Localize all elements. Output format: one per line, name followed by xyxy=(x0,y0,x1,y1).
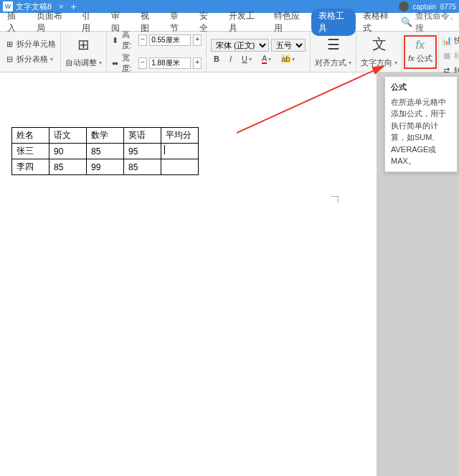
table-cell[interactable]: 李四 xyxy=(12,159,49,175)
formula-highlight: fx fx 公式 xyxy=(404,35,437,69)
height-label: 高度: xyxy=(122,29,137,51)
height-icon: ⬍ xyxy=(111,35,120,45)
split-cell-button[interactable]: ⊞ 拆分单元格 xyxy=(4,37,56,51)
font-color-button[interactable]: A▾ xyxy=(259,53,274,65)
table-cell[interactable]: 95 xyxy=(124,144,161,159)
split-table-button[interactable]: ⊟ 拆分表格 ▾ xyxy=(4,52,56,66)
split-table-icon: ⊟ xyxy=(4,55,14,65)
width-label: 宽度: xyxy=(122,52,137,74)
table-cell[interactable]: 90 xyxy=(49,144,87,159)
table-row: 李四 85 99 85 xyxy=(12,159,199,175)
search-box[interactable]: 🔍 查找命令、搜 xyxy=(401,10,459,34)
align-label: 对齐方式 xyxy=(315,57,346,68)
table-cell[interactable]: 张三 xyxy=(12,144,49,159)
quick-calc-button[interactable]: 📊 快速计算▾ xyxy=(442,34,459,47)
align-button[interactable]: 对齐方式▾ xyxy=(315,56,351,70)
title-row-icon: ▦ xyxy=(442,51,452,61)
formula-label: 公式 xyxy=(417,53,432,64)
table-cell[interactable]: 姓名 xyxy=(12,128,49,144)
text-direction-button[interactable]: 文字方向▾ xyxy=(361,56,397,70)
table-row: 张三 90 85 95 xyxy=(12,144,199,159)
quick-calc-icon: 📊 xyxy=(442,36,452,46)
font-name-select[interactable]: 宋体 (正文) xyxy=(211,39,269,52)
table-cell[interactable]: 85 xyxy=(49,159,87,175)
bold-button[interactable]: B xyxy=(211,54,222,64)
table-cell[interactable]: 平均分 xyxy=(161,128,199,144)
table-cell[interactable]: 85 xyxy=(87,144,124,159)
table-cell-active[interactable] xyxy=(161,144,199,159)
page[interactable]: 姓名 语文 数学 英语 平均分 张三 90 85 95 李四 85 99 85 xyxy=(0,73,377,476)
width-input[interactable] xyxy=(149,57,191,69)
formula-tooltip: 公式 在所选单元格中添加公式，用于执行简单的计算，如SUM、AVERAGE或MA… xyxy=(384,76,458,172)
italic-button[interactable]: I xyxy=(227,54,235,64)
data-table[interactable]: 姓名 语文 数学 英语 平均分 张三 90 85 95 李四 85 99 85 xyxy=(11,127,199,175)
auto-adjust-button[interactable]: 自动调整 ▾ xyxy=(65,56,102,70)
table-cell[interactable]: 85 xyxy=(124,159,161,175)
auto-adjust-icon[interactable]: ⊞ xyxy=(74,34,94,55)
menu-bar: 插入 页面布局 引用 审阅 视图 章节 安全 开发工具 特色应用 表格工具 表格… xyxy=(0,13,459,32)
width-minus[interactable]: − xyxy=(138,57,147,69)
height-plus[interactable]: + xyxy=(193,34,202,46)
align-icon[interactable]: ☰ xyxy=(323,34,344,55)
search-placeholder: 查找命令、搜 xyxy=(415,10,459,34)
height-input[interactable] xyxy=(149,34,191,46)
font-size-select[interactable]: 五号 xyxy=(271,39,306,52)
highlight-button[interactable]: ab▾ xyxy=(278,54,297,64)
table-cell[interactable] xyxy=(161,159,199,175)
table-row: 姓名 语文 数学 英语 平均分 xyxy=(12,128,199,144)
table-cell[interactable]: 99 xyxy=(87,159,124,175)
tooltip-body: 在所选单元格中添加公式，用于执行简单的计算，如SUM、AVERAGE或MAX。 xyxy=(391,96,451,167)
formula-icon: fx xyxy=(408,39,432,52)
text-direction-icon[interactable]: 文 xyxy=(369,34,389,55)
table-cell[interactable]: 语文 xyxy=(49,128,87,144)
text-dir-label: 文字方向 xyxy=(361,57,392,68)
quick-calc-label: 快速计算 xyxy=(454,35,459,46)
width-plus[interactable]: + xyxy=(193,57,202,69)
title-row-label: 标题行 xyxy=(454,50,459,61)
split-cell-label: 拆分单元格 xyxy=(16,39,56,50)
underline-button[interactable]: U▾ xyxy=(239,54,255,64)
height-minus[interactable]: − xyxy=(138,34,147,46)
auto-adjust-label: 自动调整 xyxy=(65,57,97,68)
table-cell[interactable]: 数学 xyxy=(87,128,124,144)
page-corner-mark xyxy=(328,196,339,206)
formula-button[interactable]: fx 公式 xyxy=(408,52,432,65)
width-icon: ⬌ xyxy=(111,58,120,68)
ribbon: ⊞ 拆分单元格 ⊟ 拆分表格 ▾ ⊞ 自动调整 ▾ ⬍ 高度: − + ⬌ 宽度… xyxy=(0,32,459,73)
title-row-button[interactable]: ▦ 标题行 xyxy=(442,49,459,62)
search-icon: 🔍 xyxy=(401,17,412,27)
split-cell-icon: ⊞ xyxy=(4,39,14,50)
chevron-down-icon: ▾ xyxy=(99,60,102,66)
chevron-down-icon: ▾ xyxy=(50,56,53,62)
tooltip-title: 公式 xyxy=(391,81,451,93)
split-table-label: 拆分表格 xyxy=(16,54,48,65)
table-cell[interactable]: 英语 xyxy=(124,128,161,144)
